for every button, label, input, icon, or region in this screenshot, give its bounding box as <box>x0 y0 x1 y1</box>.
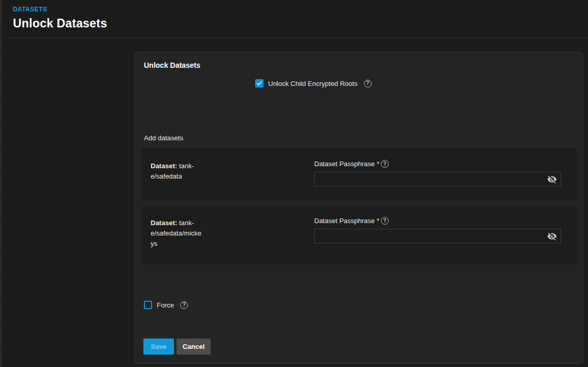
check-icon <box>256 80 262 86</box>
toggle-visibility-button[interactable] <box>546 173 558 185</box>
breadcrumb-datasets[interactable]: DATASETS <box>13 6 47 13</box>
unlock-datasets-card: Unlock Datasets Unlock Child Encrypted R… <box>134 52 583 364</box>
action-buttons: Save Cancel <box>143 339 211 355</box>
help-icon[interactable]: ? <box>381 217 389 225</box>
card-title: Unlock Datasets <box>144 61 200 69</box>
dataset-name-prefix: Dataset: <box>151 219 177 227</box>
page-title: Unlock Datasets <box>13 17 107 31</box>
cancel-button[interactable]: Cancel <box>177 339 211 355</box>
help-icon[interactable]: ? <box>180 301 188 309</box>
force-checkbox[interactable] <box>144 301 152 309</box>
force-row: Force ? <box>144 301 188 309</box>
sidebar-edge <box>0 0 2 367</box>
dataset-name-prefix: Dataset: <box>151 162 177 170</box>
add-datasets-label: Add datasets <box>144 134 183 142</box>
unlock-child-label: Unlock Child Encrypted Roots <box>268 80 358 87</box>
header-divider <box>6 37 588 38</box>
dataset-row: Dataset: tank-e/safedata/mickeys Dataset… <box>142 207 577 265</box>
force-label: Force <box>157 301 174 309</box>
passphrase-label: Dataset Passphrase * <box>314 160 379 168</box>
dataset-row: Dataset: tank-e/safedata Dataset Passphr… <box>142 148 577 200</box>
help-icon[interactable]: ? <box>381 160 389 168</box>
save-button[interactable]: Save <box>143 339 174 355</box>
passphrase-field: Dataset Passphrase * ? <box>314 217 561 243</box>
passphrase-input[interactable] <box>315 229 561 243</box>
visibility-off-icon <box>547 174 557 184</box>
help-icon[interactable]: ? <box>364 80 372 87</box>
unlock-child-checkbox[interactable] <box>255 79 263 87</box>
toggle-visibility-button[interactable] <box>546 230 558 242</box>
dataset-name: Dataset: tank-e/safedata/mickeys <box>151 218 204 249</box>
passphrase-input[interactable] <box>315 172 561 186</box>
page-header: DATASETS Unlock Datasets <box>13 4 107 31</box>
visibility-off-icon <box>547 231 557 241</box>
unlock-child-row: Unlock Child Encrypted Roots ? <box>255 79 372 87</box>
passphrase-label: Dataset Passphrase * <box>314 217 379 225</box>
dataset-name: Dataset: tank-e/safedata <box>151 161 204 182</box>
passphrase-field: Dataset Passphrase * ? <box>314 160 561 186</box>
